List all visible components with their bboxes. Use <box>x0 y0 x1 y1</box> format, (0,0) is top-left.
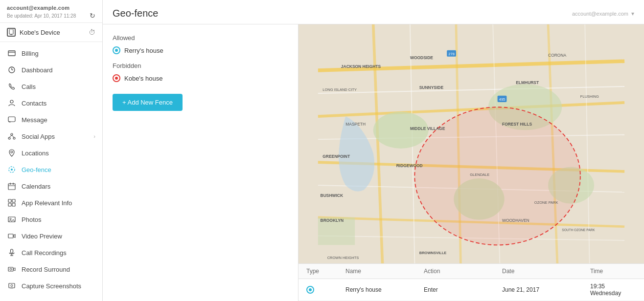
svg-rect-31 <box>9 283 15 288</box>
calls-icon <box>7 83 17 90</box>
sidebar-item-geo-fence[interactable]: Geo-fence <box>0 161 102 178</box>
cell-type <box>306 286 345 294</box>
svg-text:495: 495 <box>499 97 506 102</box>
sidebar-label-locations: Locations <box>22 150 95 157</box>
sidebar-label-call-recordings: Call Recordings <box>22 249 95 257</box>
svg-rect-25 <box>8 234 13 238</box>
sidebar-item-billing[interactable]: Billing <box>0 45 102 62</box>
svg-text:BROOKLYN: BROOKLYN <box>321 218 344 223</box>
svg-text:SOUTH OZONE PARK: SOUTH OZONE PARK <box>562 228 595 232</box>
video-icon <box>7 232 17 240</box>
message-icon <box>7 116 17 124</box>
page-title: Geo-fence <box>113 8 158 19</box>
sidebar-item-calendars[interactable]: Calendars <box>0 178 102 194</box>
sidebar-label-dashboard: Dashboard <box>22 66 95 74</box>
svg-point-8 <box>8 137 10 139</box>
svg-text:GREENPOINT: GREENPOINT <box>322 154 350 159</box>
cell-name: Rerry's house <box>345 286 424 293</box>
svg-line-11 <box>12 135 14 137</box>
sidebar-label-app-relevant: App Relevant Info <box>22 199 95 207</box>
svg-text:SUNNYSIDE: SUNNYSIDE <box>419 85 444 90</box>
contacts-icon <box>7 99 17 107</box>
sidebar-header: account@example.com Be updated: Apr 10, … <box>0 0 102 23</box>
sidebar-label-video-preview: Video Preview <box>22 233 95 240</box>
sidebar-label-capture-screenshots: Capture Screenshots <box>22 282 95 290</box>
map-container: JACKSON HEIGHTS WOODSIDE CORONA LONG ISL… <box>299 24 644 263</box>
svg-text:WOODSIDE: WOODSIDE <box>410 55 433 60</box>
allowed-fence-name: Rerry's house <box>124 47 163 54</box>
device-row: Kobe's Device ⏱ <box>0 23 102 42</box>
sidebar-item-capture-screenshots[interactable]: Capture Screenshots <box>0 278 102 294</box>
svg-point-33 <box>11 285 13 287</box>
sidebar-updated: Be updated: Apr 10, 2017 11:28 ↻ <box>7 12 95 20</box>
locations-icon <box>7 149 17 157</box>
sidebar-label-social-apps: Social Apps <box>22 133 93 140</box>
main-content: Geo-fence account@example.com ▾ Allowed … <box>103 0 644 301</box>
svg-text:OZONE PARK: OZONE PARK <box>534 200 558 205</box>
svg-text:JACKSON HEIGHTS: JACKSON HEIGHTS <box>341 64 381 69</box>
svg-point-14 <box>11 169 13 171</box>
table-section: Type Name Action Date Time Rerry's house… <box>299 263 644 301</box>
sidebar-item-contacts[interactable]: Contacts <box>0 95 102 111</box>
svg-rect-20 <box>12 199 15 202</box>
sidebar-item-photos[interactable]: Photos <box>0 211 102 228</box>
svg-text:GLENDALE: GLENDALE <box>470 172 489 177</box>
svg-rect-6 <box>8 117 15 122</box>
map-svg: JACKSON HEIGHTS WOODSIDE CORONA LONG ISL… <box>299 24 644 263</box>
sidebar-label-message: Message <box>22 116 95 124</box>
sidebar-item-call-recordings[interactable]: Call Recordings <box>0 244 102 261</box>
svg-text:WOODHAVEN: WOODHAVEN <box>502 218 529 223</box>
sidebar-label-billing: Billing <box>22 50 95 57</box>
allowed-label: Allowed <box>113 34 288 42</box>
add-fence-button[interactable]: + Add New Fence <box>113 94 183 111</box>
sidebar-item-social-apps[interactable]: Social Apps › <box>0 128 102 145</box>
svg-line-10 <box>9 135 12 137</box>
svg-rect-26 <box>11 249 13 253</box>
sidebar-label-contacts: Contacts <box>22 100 95 107</box>
cell-time: 19:35 Wednesday <box>590 283 636 297</box>
svg-rect-29 <box>8 267 13 271</box>
forbidden-label: Forbidden <box>113 62 288 69</box>
screenshot-icon <box>7 282 17 290</box>
col-time: Time <box>590 268 636 275</box>
history-icon[interactable]: ⏱ <box>89 28 95 36</box>
svg-text:RIDGEWOOD: RIDGEWOOD <box>396 163 423 168</box>
sidebar-item-calls[interactable]: Calls <box>0 78 102 95</box>
svg-rect-1 <box>10 34 12 35</box>
allowed-fence-item: Rerry's house <box>113 46 288 54</box>
forbidden-fence-item: Kobe's house <box>113 74 288 82</box>
cell-date: June 21, 2017 <box>502 286 590 293</box>
refresh-icon[interactable]: ↻ <box>90 12 95 20</box>
svg-rect-21 <box>8 203 11 206</box>
sidebar-item-record-surround[interactable]: Record Surround <box>0 261 102 278</box>
sidebar-item-video-preview[interactable]: Video Preview <box>0 228 102 244</box>
device-name: Kobe's Device <box>7 28 60 37</box>
svg-point-9 <box>13 137 15 139</box>
sidebar-item-message[interactable]: Message <box>0 111 102 128</box>
svg-text:FOREST HILLS: FOREST HILLS <box>502 122 532 127</box>
row-allowed-icon <box>306 286 314 294</box>
svg-text:BUSHWICK: BUSHWICK <box>321 193 344 198</box>
sidebar-item-dashboard[interactable]: Dashboard <box>0 62 102 78</box>
svg-text:CORONA: CORONA <box>548 53 566 58</box>
header-right: account@example.com ▾ <box>572 10 634 17</box>
sidebar-item-locations[interactable]: Locations <box>0 145 102 161</box>
col-type: Type <box>306 268 345 275</box>
sidebar-label-calls: Calls <box>22 83 95 90</box>
svg-rect-2 <box>8 51 15 56</box>
chevron-right-icon: › <box>93 133 95 139</box>
svg-text:CROWN HEIGHTS: CROWN HEIGHTS <box>327 256 359 260</box>
content-area: Allowed Rerry's house Forbidden Kobe's h… <box>103 24 644 301</box>
forbidden-fence-name: Kobe's house <box>124 75 162 82</box>
sidebar-account: account@example.com <box>7 5 95 11</box>
svg-rect-22 <box>12 203 15 206</box>
svg-rect-19 <box>8 199 11 202</box>
nav-list: Billing Dashboard Calls Contacts <box>0 42 102 297</box>
record-icon <box>7 265 17 273</box>
left-panel: Allowed Rerry's house Forbidden Kobe's h… <box>103 24 299 301</box>
svg-point-30 <box>10 268 12 270</box>
device-icon <box>7 28 16 37</box>
cell-action: Enter <box>424 286 502 293</box>
sidebar-item-app-relevant[interactable]: App Relevant Info <box>0 194 102 211</box>
svg-text:MIDDLE VILLAGE: MIDDLE VILLAGE <box>410 126 445 131</box>
